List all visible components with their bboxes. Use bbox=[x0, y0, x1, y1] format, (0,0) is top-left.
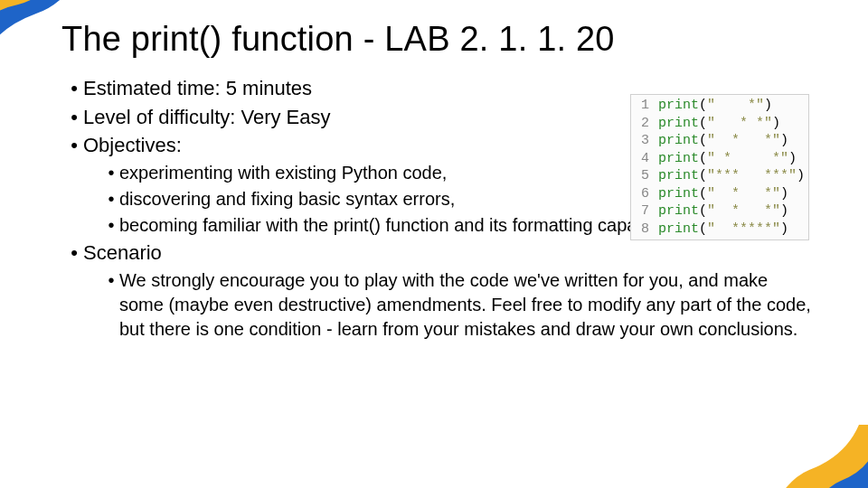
slide-title: The print() function - LAB 2. 1. 1. 20 bbox=[61, 20, 814, 59]
code-line: 4print(" * *") bbox=[633, 150, 805, 168]
code-screenshot: 1print(" *")2print(" * *")3print(" * *")… bbox=[630, 94, 809, 240]
code-line: 2print(" * *") bbox=[633, 115, 805, 133]
slide: The print() function - LAB 2. 1. 1. 20 1… bbox=[0, 0, 868, 488]
code-line: 6print(" * *") bbox=[633, 185, 805, 203]
bullet-scenario: Scenario We strongly encourage you to pl… bbox=[83, 239, 814, 342]
objectives-label: Objectives: bbox=[83, 134, 182, 156]
code-line: 5print("*** ***") bbox=[633, 167, 805, 185]
code-line: 1print(" *") bbox=[633, 97, 805, 115]
scenario-label: Scenario bbox=[83, 241, 162, 264]
scenario-body: We strongly encourage you to play with t… bbox=[119, 268, 814, 342]
code-line: 3print(" * *") bbox=[633, 132, 805, 150]
code-line: 7print(" * *") bbox=[633, 202, 805, 221]
code-line: 8print(" *****") bbox=[633, 221, 805, 239]
